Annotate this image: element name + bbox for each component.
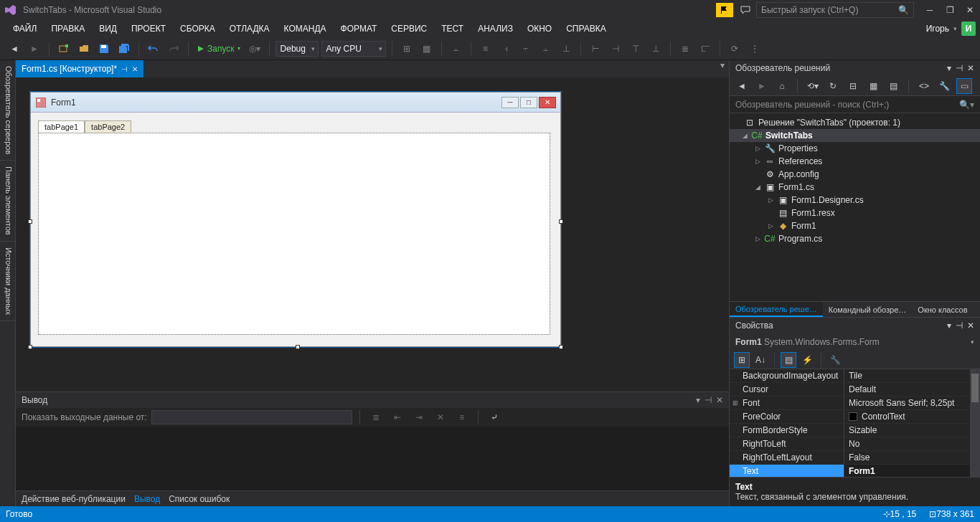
resize-handle-w[interactable] [28, 219, 32, 224]
resize-handle-s[interactable] [296, 345, 300, 349]
user-dropdown-icon[interactable]: ▾ [953, 25, 957, 32]
panel-close-icon[interactable]: ✕ [716, 395, 723, 405]
layout-button-2[interactable]: ≡ [477, 40, 494, 57]
tree-programcs-node[interactable]: ▷C#Program.cs [730, 232, 980, 245]
output-btn-1[interactable]: ≣ [367, 409, 385, 426]
props-props-button[interactable]: ▤ [781, 352, 796, 368]
form-designer-window[interactable]: Form1 ─ □ ✕ tabPage1 tabPage2 [30, 92, 561, 347]
property-row[interactable]: CursorDefault [730, 383, 980, 397]
tree-form1class-node[interactable]: ▷◆Form1 [730, 219, 980, 232]
layout-button-8[interactable]: ⊣ [607, 40, 624, 57]
platform-combo[interactable]: Any CPU [321, 41, 386, 57]
props-events-button[interactable]: ⚡ [799, 352, 815, 368]
property-row[interactable]: TextForm1 [730, 465, 980, 477]
props-pin-icon[interactable]: ⊣ [956, 321, 963, 331]
output-body[interactable] [16, 427, 729, 490]
nav-back-button[interactable]: ◄ [6, 40, 23, 57]
layout-button-1[interactable]: ⫠ [448, 40, 465, 57]
toolbox-tab[interactable]: Панель элементов [0, 161, 15, 242]
tabpage-2[interactable]: tabPage2 [85, 120, 131, 133]
tree-references-node[interactable]: ▷▫▫References [730, 155, 980, 168]
solution-explorer-search[interactable]: Обозреватель решений - поиск (Ctrl+;) 🔍▾ [730, 96, 980, 113]
resize-handle-se[interactable] [559, 345, 563, 349]
se-collapse-button[interactable]: ⊟ [845, 78, 861, 94]
align-left-button[interactable]: ▦ [418, 40, 435, 57]
menu-build[interactable]: СБОРКА [173, 22, 222, 36]
tab-team-explorer[interactable]: Командный обозре… [823, 302, 913, 317]
run-button[interactable]: Запуск ▾ [194, 44, 243, 54]
menu-view[interactable]: ВИД [92, 22, 124, 36]
property-row[interactable]: ⊞FontMicrosoft Sans Serif; 8,25pt [730, 397, 980, 410]
output-btn-5[interactable]: ≡ [453, 409, 471, 426]
layout-button-13[interactable]: ⟳ [726, 40, 743, 57]
panel-pin-icon[interactable]: ⊣ [705, 395, 712, 405]
layout-button-5[interactable]: ⫠ [537, 40, 555, 57]
tab-solution-explorer[interactable]: Обозреватель реше… [730, 302, 823, 317]
tab-overflow-icon[interactable]: ▾ [716, 60, 729, 77]
props-categorized-button[interactable]: ⊞ [734, 352, 750, 368]
new-project-button[interactable] [55, 40, 72, 57]
se-dropdown-icon[interactable]: ▾ [947, 63, 951, 73]
menu-format[interactable]: ФОРМАТ [334, 22, 385, 36]
menu-project[interactable]: ПРОЕКТ [124, 22, 173, 36]
tree-solution-node[interactable]: ⊡Решение "SwitchTabs" (проектов: 1) [730, 116, 980, 129]
properties-grid[interactable]: BackgroundImageLayoutTileCursorDefault⊞F… [730, 369, 980, 477]
tree-form1cs-node[interactable]: ◢▣Form1.cs [730, 181, 980, 194]
output-wrap-button[interactable]: ⤶ [486, 409, 503, 426]
layout-button-7[interactable]: ⊢ [587, 40, 604, 57]
property-row[interactable]: RightToLeftLayoutFalse [730, 451, 980, 465]
designer-surface[interactable]: Form1 ─ □ ✕ tabPage1 tabPage2 [16, 77, 729, 392]
data-sources-tab[interactable]: Источники данных [0, 242, 15, 321]
output-btn-3[interactable]: ⇥ [410, 409, 428, 426]
property-row[interactable]: BackgroundImageLayoutTile [730, 369, 980, 383]
output-btn-4[interactable]: ✕ [432, 409, 449, 426]
maximize-button[interactable]: ❐ [940, 1, 960, 19]
props-pages-button[interactable]: 🔧 [827, 352, 843, 368]
se-preview-button[interactable]: ▭ [956, 78, 972, 94]
tab-control[interactable]: tabPage1 tabPage2 [38, 120, 550, 336]
config-combo[interactable]: Debug [275, 41, 319, 57]
align-grid-button[interactable]: ⊞ [398, 40, 415, 57]
se-back-button[interactable]: ◄ [734, 78, 750, 94]
solution-tree[interactable]: ⊡Решение "SwitchTabs" (проектов: 1) ◢C#S… [730, 113, 980, 301]
se-sync-button[interactable]: ⟲▾ [805, 78, 821, 94]
tabpage-1[interactable]: tabPage1 [38, 120, 85, 133]
se-wrench-button[interactable]: 🔧 [936, 78, 952, 94]
open-file-button[interactable] [75, 40, 93, 57]
se-code-button[interactable]: <> [916, 78, 932, 94]
nav-forward-button[interactable]: ► [26, 40, 43, 57]
props-close-icon[interactable]: ✕ [967, 321, 974, 331]
se-pin-icon[interactable]: ⊣ [956, 63, 963, 73]
undo-button[interactable] [145, 40, 162, 57]
menu-analyze[interactable]: АНАЛИЗ [471, 22, 520, 36]
pin-icon[interactable]: ⊣ [121, 65, 128, 73]
tree-form1designer-node[interactable]: ▷▣Form1.Designer.cs [730, 194, 980, 207]
panel-dropdown-icon[interactable]: ▾ [696, 395, 700, 405]
menu-help[interactable]: СПРАВКА [559, 22, 613, 36]
user-name[interactable]: Игорь [926, 24, 949, 34]
notification-flag-icon[interactable] [716, 3, 733, 17]
bottom-tab-errors[interactable]: Список ошибок [169, 494, 230, 504]
se-showall-button[interactable]: ▦ [865, 78, 881, 94]
close-tab-icon[interactable]: ✕ [132, 65, 138, 73]
bottom-tab-publish[interactable]: Действие веб-публикации [22, 494, 126, 504]
props-scrollbar[interactable] [970, 369, 980, 477]
menu-debug[interactable]: ОТЛАДКА [222, 22, 277, 36]
layout-button-4[interactable]: ⫟ [517, 40, 534, 57]
se-refresh-button[interactable]: ↻ [825, 78, 841, 94]
save-button[interactable] [95, 40, 113, 57]
tree-appconfig-node[interactable]: ⚙App.config [730, 168, 980, 181]
resize-handle-e[interactable] [559, 219, 563, 224]
server-explorer-tab[interactable]: Обозреватель серверов [0, 60, 15, 161]
layout-button-11[interactable]: ≣ [677, 40, 694, 57]
property-row[interactable]: FormBorderStyleSizable [730, 424, 980, 437]
property-row[interactable]: ForeColorControlText [730, 410, 980, 424]
se-forward-button[interactable]: ► [754, 78, 770, 94]
bottom-tab-output[interactable]: Вывод [134, 494, 160, 504]
props-alpha-button[interactable]: A↓ [753, 352, 768, 368]
menu-file[interactable]: ФАЙЛ [6, 22, 44, 36]
document-tab-form1[interactable]: Form1.cs [Конструктор]* ⊣ ✕ [16, 60, 143, 77]
property-row[interactable]: RightToLeftNo [730, 437, 980, 451]
minimize-button[interactable]: ─ [920, 1, 940, 19]
tab-control-body[interactable] [38, 133, 550, 335]
